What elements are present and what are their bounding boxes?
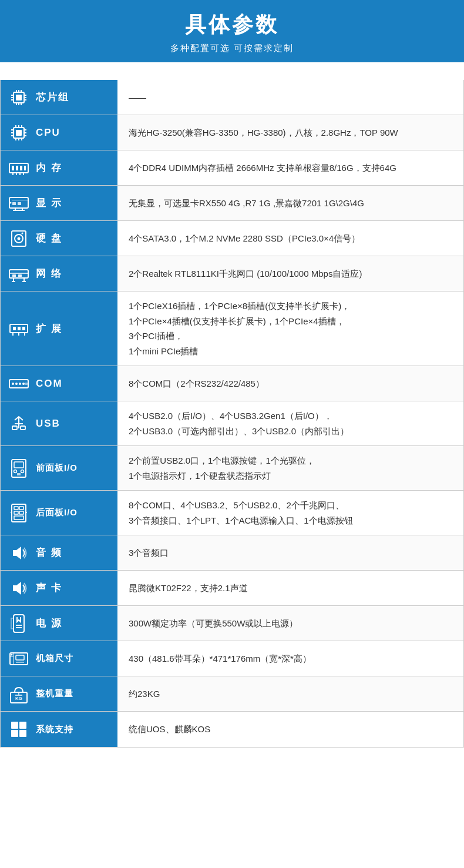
cpu-value: 海光HG-3250(兼容HG-3350，HG-3380)，八核，2.8GHz，T… [118, 115, 463, 150]
os-icon [8, 718, 30, 740]
svg-point-48 [22, 232, 23, 234]
row-com: COM 8个COM口（2个RS232/422/485） [1, 366, 463, 401]
svg-rect-106 [11, 730, 18, 737]
svg-rect-84 [14, 511, 18, 514]
svg-point-67 [19, 383, 21, 385]
network-icon [8, 263, 30, 285]
row-sound-card: 声 卡 昆腾微KT02F22，支持2.1声道 [1, 571, 463, 606]
com-value: 8个COM口（2个RS232/422/485） [118, 366, 463, 401]
usb-value: 4个USB2.0（后I/O）、4个USB3.2Gen1（后I/O）， 2个USB… [118, 401, 463, 445]
rear-io-label: 后面板I/O [36, 507, 78, 518]
cpu-icon [8, 122, 30, 144]
svg-rect-1 [16, 95, 22, 100]
svg-rect-32 [24, 166, 26, 170]
os-value: 统信UOS、麒麟KOS [118, 712, 463, 747]
os-label: 系统支持 [36, 724, 73, 735]
label-audio: 音 频 [1, 535, 118, 570]
row-memory: 内 存 4个DDR4 UDIMM内存插槽 2666MHz 支持单根容量8/16G… [1, 150, 463, 186]
svg-rect-83 [19, 507, 23, 510]
label-chassis: 机箱尺寸 [1, 641, 118, 676]
svg-rect-77 [14, 462, 23, 468]
memory-label: 内 存 [36, 161, 62, 175]
svg-rect-73 [21, 426, 25, 430]
row-audio: 音 频 3个音频口 [1, 535, 463, 571]
audio-value: 3个音频口 [118, 535, 463, 570]
row-hdd: 硬 盘 4个SATA3.0，1个M.2 NVMe 2280 SSD（PCIe3.… [1, 221, 463, 256]
chassis-icon [8, 648, 30, 670]
page-title: 具体参数 [0, 11, 464, 39]
svg-rect-60 [22, 327, 25, 330]
expansion-value: 1个PCIeX16插槽，1个PCIe×8插槽(仅支持半长扩展卡)， 1个PCIe… [118, 291, 463, 366]
hdd-icon [8, 227, 30, 250]
label-cpu: CPU [1, 115, 118, 150]
svg-point-47 [18, 237, 21, 240]
label-weight: KG 整机重量 [1, 676, 118, 711]
svg-rect-91 [14, 615, 24, 632]
label-os: 系统支持 [1, 712, 118, 747]
label-network: 网 络 [1, 256, 118, 291]
label-expansion: 扩 展 [1, 291, 118, 366]
label-display: 显 示 [1, 186, 118, 220]
spec-table: 芯片组 —— [0, 80, 464, 748]
svg-rect-56 [18, 274, 22, 277]
label-com: COM [1, 366, 118, 401]
label-memory: 内 存 [1, 150, 118, 185]
svg-point-65 [12, 383, 14, 385]
svg-marker-90 [13, 582, 21, 595]
row-rear-io: 后面板I/O 8个COM口、4个USB3.2、5个USB2.0、2个千兆网口、 … [1, 491, 463, 535]
row-network: 网 络 2个Realtek RTL8111KI千兆网口 (10/100/1000… [1, 256, 463, 291]
svg-rect-31 [20, 166, 22, 170]
page-header: 具体参数 多种配置可选 可按需求定制 [0, 0, 464, 62]
row-cpu: CPU 海光HG-3250(兼容HG-3350，HG-3380)，八核，2.8G… [1, 115, 463, 150]
com-label: COM [36, 378, 63, 390]
expansion-icon [8, 317, 30, 340]
label-front-io: 前面板I/O [1, 446, 118, 490]
row-chassis: 机箱尺寸 430（481.6带耳朵）*471*176mm（宽*深*高） [1, 641, 463, 676]
svg-point-68 [22, 383, 25, 385]
display-icon [8, 192, 30, 215]
label-rear-io: 后面板I/O [1, 491, 118, 535]
row-front-io: 前面板I/O 2个前置USB2.0口，1个电源按键，1个光驱位， 1个电源指示灯… [1, 446, 463, 491]
power-label: 电 源 [36, 616, 62, 630]
svg-rect-15 [16, 130, 22, 136]
row-expansion: 扩 展 1个PCIeX16插槽，1个PCIe×8插槽(仅支持半长扩展卡)， 1个… [1, 291, 463, 366]
row-chipset: 芯片组 —— [1, 80, 463, 115]
svg-rect-105 [19, 722, 26, 729]
svg-rect-69 [25, 383, 28, 385]
hdd-label: 硬 盘 [36, 232, 62, 245]
svg-rect-59 [18, 327, 21, 330]
weight-value: 约23KG [118, 676, 463, 711]
audio-icon [8, 542, 30, 564]
weight-label: 整机重量 [36, 688, 73, 699]
svg-rect-82 [14, 507, 18, 510]
sound-card-label: 声 卡 [36, 581, 62, 595]
svg-point-38 [10, 202, 12, 203]
usb-icon [8, 413, 30, 435]
svg-rect-44 [18, 202, 21, 205]
weight-icon: KG [8, 683, 30, 705]
page-subtitle: 多种配置可选 可按需求定制 [0, 43, 464, 54]
chassis-label: 机箱尺寸 [36, 653, 73, 664]
memory-value: 4个DDR4 UDIMM内存插槽 2666MHz 支持单根容量8/16G，支持6… [118, 150, 463, 185]
label-usb: USB [1, 401, 118, 445]
display-label: 显 示 [36, 196, 62, 210]
label-sound-card: 声 卡 [1, 571, 118, 605]
audio-label: 音 频 [36, 546, 62, 559]
svg-rect-30 [16, 166, 18, 170]
sound-card-value: 昆腾微KT02F22，支持2.1声道 [118, 571, 463, 605]
row-os: 系统支持 统信UOS、麒麟KOS [1, 712, 463, 747]
svg-text:KG: KG [15, 696, 22, 701]
chassis-value: 430（481.6带耳朵）*471*176mm（宽*深*高） [118, 641, 463, 676]
network-label: 网 络 [36, 267, 62, 280]
svg-point-78 [14, 470, 17, 472]
svg-rect-98 [16, 655, 24, 660]
row-usb: USB 4个USB2.0（后I/O）、4个USB3.2Gen1（后I/O）， 2… [1, 401, 463, 446]
svg-rect-29 [12, 166, 14, 170]
svg-marker-89 [13, 547, 21, 559]
front-panel-icon [8, 457, 30, 480]
network-value: 2个Realtek RTL8111KI千兆网口 (10/100/1000 Mbp… [118, 256, 463, 291]
cpu-label: CPU [36, 127, 60, 139]
row-weight: KG 整机重量 约23KG [1, 676, 463, 712]
svg-point-79 [21, 470, 24, 472]
svg-rect-70 [12, 426, 17, 430]
